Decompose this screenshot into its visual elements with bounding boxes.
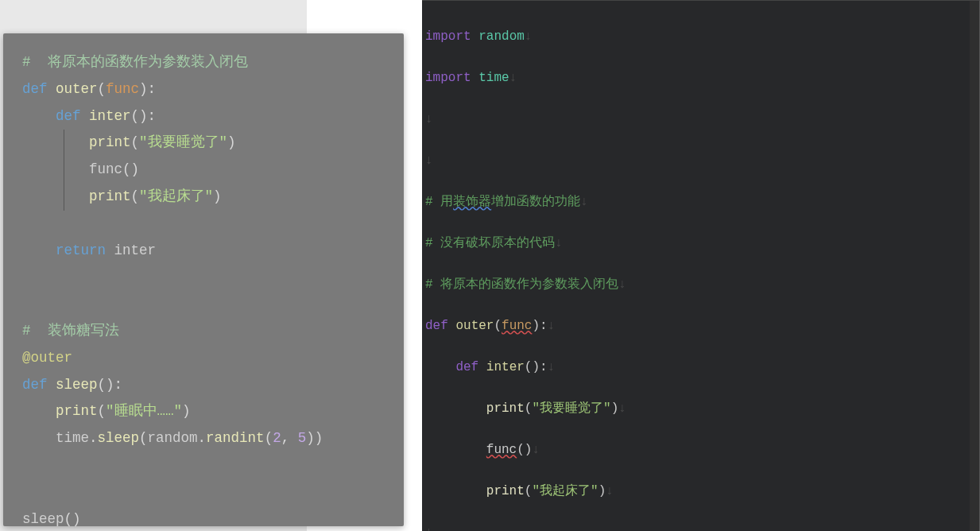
code-line: print("睡眠中……") — [22, 398, 385, 425]
function-name: sleep — [56, 377, 98, 393]
code-line: print("我要睡觉了")↓ — [425, 398, 976, 419]
comment: # 用 — [425, 195, 453, 209]
code-line — [22, 291, 385, 318]
code-line — [22, 479, 385, 506]
code-line: func() — [22, 157, 385, 184]
module: time — [478, 71, 509, 85]
builtin-print: print — [89, 134, 131, 150]
code-line: print("我起床了")↓ — [425, 481, 976, 502]
scrollbar[interactable] — [970, 1, 979, 531]
eol-marker: ↓ — [618, 401, 626, 416]
code-line: # 装饰糖写法 — [22, 318, 385, 345]
code-line — [22, 452, 385, 479]
code-line: # 将原本的函数作为参数装入闭包↓ — [425, 274, 976, 295]
eol-marker: ↓ — [548, 360, 556, 374]
keyword-def: def — [22, 81, 48, 97]
function-name: inter — [486, 360, 525, 374]
eol-marker: ↓ — [509, 71, 517, 85]
code-line: # 将原本的函数作为参数装入闭包 — [22, 49, 385, 76]
code-line: ↓ — [425, 109, 976, 130]
keyword-def: def — [455, 360, 478, 374]
module: random — [478, 29, 525, 44]
code-line: # 用装饰器增加函数的功能↓ — [425, 192, 976, 212]
string: "我起床了" — [139, 188, 213, 204]
eol-marker: ↓ — [525, 29, 533, 44]
eol-marker: ↓ — [425, 112, 433, 126]
keyword-def: def — [22, 377, 48, 393]
eol-marker: ↓ — [580, 195, 588, 209]
indent-guide — [64, 157, 64, 184]
module: time — [56, 430, 89, 446]
keyword-import: import — [425, 29, 471, 44]
param: func — [106, 81, 139, 97]
comment: # 没有破坏原本的代码 — [425, 236, 555, 250]
eol-marker: ↓ — [425, 525, 433, 531]
keyword-def: def — [56, 108, 81, 124]
function-name: outer — [455, 319, 494, 333]
comment: # 将原本的函数作为参数装入闭包 — [22, 54, 248, 70]
string: "我起床了" — [532, 484, 598, 498]
eol-marker: ↓ — [425, 153, 433, 168]
code-line: func()↓ — [425, 440, 976, 460]
comment: 增加函数的功能 — [491, 195, 580, 209]
decorator: @outer — [22, 350, 72, 366]
builtin-print: print — [486, 484, 525, 498]
identifier: inter — [114, 242, 157, 258]
keyword-return: return — [56, 242, 106, 258]
code-line: sleep() — [22, 506, 385, 531]
eol-marker: ↓ — [606, 484, 614, 498]
eol-marker: ↓ — [532, 443, 540, 457]
builtin-print: print — [89, 188, 131, 204]
function-name: outer — [56, 81, 98, 97]
keyword-def: def — [425, 319, 448, 333]
code-line: ↓ — [425, 150, 976, 171]
builtin-print: print — [56, 403, 98, 419]
code-line: import time↓ — [425, 68, 976, 88]
code-line — [22, 264, 385, 291]
number: 2 — [273, 430, 281, 446]
call: sleep — [98, 430, 140, 446]
left-code-editor[interactable]: # 将原本的函数作为参数装入闭包 def outer(func): def in… — [3, 33, 404, 526]
indent-guide — [64, 184, 64, 211]
code-line: def outer(func): — [22, 76, 385, 103]
code-line: import random↓ — [425, 26, 976, 47]
left-header-strip — [0, 0, 307, 33]
code-line: print("我起床了") — [22, 184, 385, 211]
comment: 装饰器 — [453, 195, 491, 209]
eol-marker: ↓ — [555, 236, 563, 250]
code-line — [22, 211, 385, 238]
eol-marker: ↓ — [548, 319, 556, 333]
eol-marker: ↓ — [618, 277, 626, 292]
function-name: inter — [89, 108, 131, 124]
center-header-strip — [307, 0, 422, 33]
code-line: ↓ — [425, 522, 976, 531]
call: randint — [206, 430, 265, 446]
keyword-import: import — [425, 71, 471, 85]
code-area[interactable]: import random↓ import time↓ ↓ ↓ # 用装饰器增加… — [422, 1, 979, 531]
builtin-print: print — [486, 401, 525, 416]
code-line: # 没有破坏原本的代码↓ — [425, 233, 976, 254]
code-line: time.sleep(random.randint(2, 5)) — [22, 425, 385, 452]
comment: # 将原本的函数作为参数装入闭包 — [425, 277, 618, 292]
right-code-editor[interactable]: import random↓ import time↓ ↓ ↓ # 用装饰器增加… — [422, 0, 980, 531]
comment: # 装饰糖写法 — [22, 323, 119, 339]
code-line: def outer(func):↓ — [425, 316, 976, 336]
code-line: def inter(): — [22, 103, 385, 130]
param: func — [502, 319, 532, 333]
code-line: def sleep(): — [22, 372, 385, 399]
number: 5 — [298, 430, 307, 446]
code-line: return inter — [22, 238, 385, 265]
call: func — [89, 161, 122, 177]
module: random — [148, 430, 198, 446]
code-line: @outer — [22, 345, 385, 372]
call: func — [486, 443, 517, 457]
string: "我要睡觉了" — [139, 134, 227, 150]
indent-guide — [64, 130, 64, 157]
string: "睡眠中……" — [106, 403, 182, 419]
call: sleep — [22, 511, 64, 527]
code-line: def inter():↓ — [425, 357, 976, 378]
code-line: print("我要睡觉了") — [22, 130, 385, 157]
string: "我要睡觉了" — [532, 401, 610, 416]
